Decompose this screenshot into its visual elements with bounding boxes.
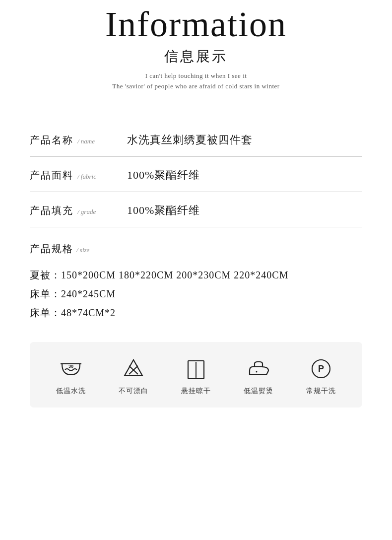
size-line-2: 床单：240*245CM — [30, 284, 362, 303]
info-row-fabric: 产品面料 / fabric 100%聚酯纤维 — [30, 157, 362, 192]
care-section: 30 低温水洗 不可漂白 — [30, 342, 362, 407]
care-item-iron: 低温熨烫 — [244, 356, 273, 396]
size-section: 产品规格 / size 夏被：150*200CM 180*220CM 200*2… — [30, 242, 362, 322]
subtitle-chinese: 信息展示 — [30, 47, 362, 66]
value-fill: 100%聚酯纤维 — [127, 203, 200, 218]
label-fabric-en: / fabric — [77, 173, 112, 181]
care-item-wash: 30 低温水洗 — [56, 356, 86, 396]
label-name-cn: 产品名称 — [30, 134, 74, 147]
header-section: Information 信息展示 I can't help touching i… — [30, 0, 362, 102]
svg-text:P: P — [318, 364, 324, 374]
iron-icon — [246, 356, 271, 382]
size-header: 产品规格 / size — [30, 242, 362, 256]
size-label-en: / size — [76, 246, 89, 254]
size-label-cn: 产品规格 — [30, 242, 73, 256]
subtitle-en-2: The 'savior' of people who are afraid of… — [30, 81, 362, 92]
dry-clean-icon: P — [308, 356, 334, 382]
label-name-en: / name — [77, 137, 112, 145]
hang-dry-icon — [183, 356, 209, 382]
care-item-no-bleach: 不可漂白 — [119, 356, 148, 396]
label-fabric-cn: 产品面料 — [30, 169, 74, 182]
label-fill-cn: 产品填充 — [30, 204, 74, 217]
size-line-3: 床单：48*74CM*2 — [30, 303, 362, 322]
value-fabric: 100%聚酯纤维 — [127, 168, 200, 183]
info-section: 产品名称 / name 水洗真丝刺绣夏被四件套 产品面料 / fabric 10… — [30, 122, 362, 227]
care-item-dry-clean: P 常规干洗 — [306, 356, 336, 396]
care-label-iron: 低温熨烫 — [244, 387, 273, 396]
page-container: Information 信息展示 I can't help touching i… — [0, 0, 392, 427]
care-label-dry-clean: 常规干洗 — [306, 387, 336, 396]
subtitle-en-1: I can't help touching it when I see it — [30, 71, 362, 81]
info-row-fill: 产品填充 / grade 100%聚酯纤维 — [30, 192, 362, 227]
care-item-hang-dry: 悬挂晾干 — [181, 356, 211, 396]
size-line-1: 夏被：150*200CM 180*220CM 200*230CM 220*240… — [30, 266, 362, 284]
svg-point-7 — [256, 371, 258, 372]
care-label-hang-dry: 悬挂晾干 — [181, 387, 211, 396]
no-bleach-icon — [121, 356, 146, 382]
svg-text:30: 30 — [68, 364, 73, 369]
info-row-name: 产品名称 / name 水洗真丝刺绣夏被四件套 — [30, 122, 362, 157]
wash-icon: 30 — [58, 356, 84, 382]
care-label-wash: 低温水洗 — [56, 387, 86, 396]
care-label-no-bleach: 不可漂白 — [119, 387, 148, 396]
value-name: 水洗真丝刺绣夏被四件套 — [127, 133, 253, 147]
main-title: Information — [30, 5, 362, 44]
label-fill-en: / grade — [77, 208, 112, 216]
